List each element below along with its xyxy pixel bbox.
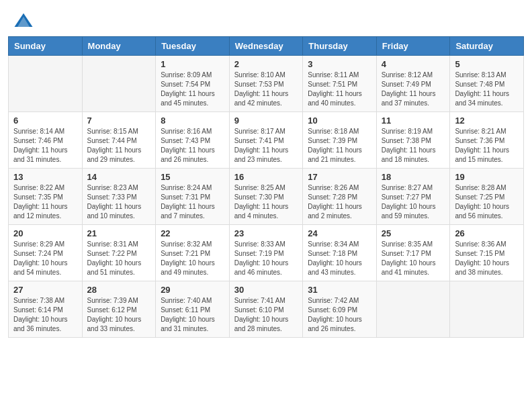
day-number: 9 xyxy=(234,116,298,126)
day-number: 18 xyxy=(382,172,445,182)
day-info: Sunrise: 8:28 AMSunset: 7:25 PMDaylight:… xyxy=(455,183,519,221)
day-info: Sunrise: 8:18 AMSunset: 7:39 PMDaylight:… xyxy=(308,127,371,165)
week-row-2: 6Sunrise: 8:14 AMSunset: 7:46 PMDaylight… xyxy=(9,112,524,169)
day-header-tuesday: Tuesday xyxy=(156,37,230,56)
day-cell: 10Sunrise: 8:18 AMSunset: 7:39 PMDayligh… xyxy=(303,112,377,169)
day-cell: 5Sunrise: 8:13 AMSunset: 7:48 PMDaylight… xyxy=(450,56,524,112)
day-header-sunday: Sunday xyxy=(9,37,83,56)
day-number: 7 xyxy=(87,116,151,126)
day-cell: 13Sunrise: 8:22 AMSunset: 7:35 PMDayligh… xyxy=(9,169,83,225)
day-number: 29 xyxy=(161,285,224,295)
day-info: Sunrise: 8:24 AMSunset: 7:31 PMDaylight:… xyxy=(161,183,224,221)
calendar-table: SundayMondayTuesdayWednesdayThursdayFrid… xyxy=(8,36,524,338)
day-number: 15 xyxy=(161,172,224,182)
day-info: Sunrise: 7:41 AMSunset: 6:10 PMDaylight:… xyxy=(234,296,298,334)
day-number: 14 xyxy=(87,172,151,182)
day-number: 11 xyxy=(382,116,445,126)
day-info: Sunrise: 8:10 AMSunset: 7:53 PMDaylight:… xyxy=(234,71,298,108)
day-info: Sunrise: 8:19 AMSunset: 7:38 PMDaylight:… xyxy=(382,127,445,165)
day-cell: 20Sunrise: 8:29 AMSunset: 7:24 PMDayligh… xyxy=(9,225,83,281)
week-row-4: 20Sunrise: 8:29 AMSunset: 7:24 PMDayligh… xyxy=(9,225,524,281)
day-info: Sunrise: 8:33 AMSunset: 7:19 PMDaylight:… xyxy=(234,240,298,277)
day-info: Sunrise: 8:36 AMSunset: 7:15 PMDaylight:… xyxy=(455,240,519,277)
day-number: 20 xyxy=(13,228,77,238)
day-cell: 31Sunrise: 7:42 AMSunset: 6:09 PMDayligh… xyxy=(303,281,377,338)
day-cell: 28Sunrise: 7:39 AMSunset: 6:12 PMDayligh… xyxy=(82,281,156,338)
day-info: Sunrise: 8:27 AMSunset: 7:27 PMDaylight:… xyxy=(382,183,445,221)
day-cell: 18Sunrise: 8:27 AMSunset: 7:27 PMDayligh… xyxy=(376,169,450,225)
day-info: Sunrise: 7:38 AMSunset: 6:14 PMDaylight:… xyxy=(13,296,77,334)
day-info: Sunrise: 8:14 AMSunset: 7:46 PMDaylight:… xyxy=(13,127,77,165)
calendar-header: SundayMondayTuesdayWednesdayThursdayFrid… xyxy=(9,37,524,56)
day-cell: 11Sunrise: 8:19 AMSunset: 7:38 PMDayligh… xyxy=(376,112,450,169)
day-cell: 1Sunrise: 8:09 AMSunset: 7:54 PMDaylight… xyxy=(156,56,230,112)
day-number: 24 xyxy=(308,228,371,238)
day-number: 2 xyxy=(234,59,298,69)
day-info: Sunrise: 8:26 AMSunset: 7:28 PMDaylight:… xyxy=(308,183,371,221)
day-number: 31 xyxy=(308,285,371,295)
day-info: Sunrise: 8:09 AMSunset: 7:54 PMDaylight:… xyxy=(161,71,224,108)
header-row: SundayMondayTuesdayWednesdayThursdayFrid… xyxy=(9,37,524,56)
day-cell xyxy=(9,56,83,112)
day-info: Sunrise: 8:22 AMSunset: 7:35 PMDaylight:… xyxy=(13,183,77,221)
day-cell: 30Sunrise: 7:41 AMSunset: 6:10 PMDayligh… xyxy=(229,281,303,338)
day-cell: 3Sunrise: 8:11 AMSunset: 7:51 PMDaylight… xyxy=(303,56,377,112)
day-header-thursday: Thursday xyxy=(303,37,377,56)
day-info: Sunrise: 8:29 AMSunset: 7:24 PMDaylight:… xyxy=(13,240,77,277)
day-cell: 6Sunrise: 8:14 AMSunset: 7:46 PMDaylight… xyxy=(9,112,83,169)
day-info: Sunrise: 8:17 AMSunset: 7:41 PMDaylight:… xyxy=(234,127,298,165)
day-cell: 17Sunrise: 8:26 AMSunset: 7:28 PMDayligh… xyxy=(303,169,377,225)
day-info: Sunrise: 8:13 AMSunset: 7:48 PMDaylight:… xyxy=(455,71,519,108)
logo xyxy=(13,11,36,31)
day-number: 25 xyxy=(382,228,445,238)
day-cell: 16Sunrise: 8:25 AMSunset: 7:30 PMDayligh… xyxy=(229,169,303,225)
day-cell: 15Sunrise: 8:24 AMSunset: 7:31 PMDayligh… xyxy=(156,169,230,225)
day-header-saturday: Saturday xyxy=(450,37,524,56)
day-number: 13 xyxy=(13,172,77,182)
day-cell: 24Sunrise: 8:34 AMSunset: 7:18 PMDayligh… xyxy=(303,225,377,281)
day-cell: 7Sunrise: 8:15 AMSunset: 7:44 PMDaylight… xyxy=(82,112,156,169)
day-cell: 2Sunrise: 8:10 AMSunset: 7:53 PMDaylight… xyxy=(229,56,303,112)
day-number: 27 xyxy=(13,285,77,295)
day-info: Sunrise: 8:32 AMSunset: 7:21 PMDaylight:… xyxy=(161,240,224,277)
day-number: 5 xyxy=(455,59,519,69)
day-info: Sunrise: 8:21 AMSunset: 7:36 PMDaylight:… xyxy=(455,127,519,165)
day-info: Sunrise: 8:23 AMSunset: 7:33 PMDaylight:… xyxy=(87,183,151,221)
day-cell xyxy=(376,281,450,338)
day-cell: 22Sunrise: 8:32 AMSunset: 7:21 PMDayligh… xyxy=(156,225,230,281)
day-cell: 9Sunrise: 8:17 AMSunset: 7:41 PMDaylight… xyxy=(229,112,303,169)
day-number: 16 xyxy=(234,172,298,182)
day-info: Sunrise: 8:25 AMSunset: 7:30 PMDaylight:… xyxy=(234,183,298,221)
day-number: 10 xyxy=(308,116,371,126)
day-info: Sunrise: 7:40 AMSunset: 6:11 PMDaylight:… xyxy=(161,296,224,334)
week-row-3: 13Sunrise: 8:22 AMSunset: 7:35 PMDayligh… xyxy=(9,169,524,225)
day-info: Sunrise: 8:35 AMSunset: 7:17 PMDaylight:… xyxy=(382,240,445,277)
day-header-wednesday: Wednesday xyxy=(229,37,303,56)
day-header-friday: Friday xyxy=(376,37,450,56)
day-number: 17 xyxy=(308,172,371,182)
day-info: Sunrise: 8:31 AMSunset: 7:22 PMDaylight:… xyxy=(87,240,151,277)
day-cell: 19Sunrise: 8:28 AMSunset: 7:25 PMDayligh… xyxy=(450,169,524,225)
logo-icon xyxy=(13,11,34,31)
day-number: 3 xyxy=(308,59,371,69)
day-cell: 25Sunrise: 8:35 AMSunset: 7:17 PMDayligh… xyxy=(376,225,450,281)
day-number: 12 xyxy=(455,116,519,126)
day-cell: 12Sunrise: 8:21 AMSunset: 7:36 PMDayligh… xyxy=(450,112,524,169)
day-number: 23 xyxy=(234,228,298,238)
day-info: Sunrise: 8:34 AMSunset: 7:18 PMDaylight:… xyxy=(308,240,371,277)
day-number: 4 xyxy=(382,59,445,69)
week-row-5: 27Sunrise: 7:38 AMSunset: 6:14 PMDayligh… xyxy=(9,281,524,338)
day-number: 8 xyxy=(161,116,224,126)
day-cell: 27Sunrise: 7:38 AMSunset: 6:14 PMDayligh… xyxy=(9,281,83,338)
day-number: 30 xyxy=(234,285,298,295)
day-info: Sunrise: 7:42 AMSunset: 6:09 PMDaylight:… xyxy=(308,296,371,334)
day-cell xyxy=(450,281,524,338)
day-cell: 23Sunrise: 8:33 AMSunset: 7:19 PMDayligh… xyxy=(229,225,303,281)
day-info: Sunrise: 8:12 AMSunset: 7:49 PMDaylight:… xyxy=(382,71,445,108)
day-number: 26 xyxy=(455,228,519,238)
day-number: 21 xyxy=(87,228,151,238)
day-cell: 29Sunrise: 7:40 AMSunset: 6:11 PMDayligh… xyxy=(156,281,230,338)
day-info: Sunrise: 8:11 AMSunset: 7:51 PMDaylight:… xyxy=(308,71,371,108)
day-cell: 21Sunrise: 8:31 AMSunset: 7:22 PMDayligh… xyxy=(82,225,156,281)
day-cell: 26Sunrise: 8:36 AMSunset: 7:15 PMDayligh… xyxy=(450,225,524,281)
